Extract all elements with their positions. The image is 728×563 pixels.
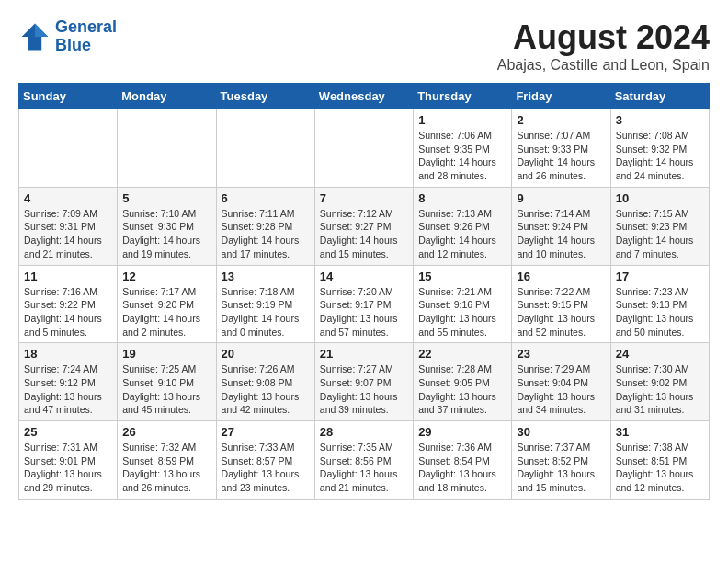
calendar-day-cell: 7Sunrise: 7:12 AM Sunset: 9:27 PM Daylig… [314, 187, 413, 265]
logo-icon [18, 20, 51, 53]
day-number: 2 [517, 113, 605, 127]
day-number: 15 [418, 270, 506, 283]
day-number: 12 [122, 270, 210, 283]
calendar-day-cell: 8Sunrise: 7:13 AM Sunset: 9:26 PM Daylig… [414, 187, 512, 265]
day-number: 19 [122, 347, 210, 361]
day-info: Sunrise: 7:07 AM Sunset: 9:33 PM Dayligh… [517, 129, 605, 183]
calendar-day-cell: 10Sunrise: 7:15 AM Sunset: 9:23 PM Dayli… [610, 187, 709, 265]
day-info: Sunrise: 7:13 AM Sunset: 9:26 PM Dayligh… [418, 207, 506, 261]
calendar-week-row: 18Sunrise: 7:24 AM Sunset: 9:12 PM Dayli… [19, 343, 710, 421]
day-info: Sunrise: 7:24 AM Sunset: 9:12 PM Dayligh… [24, 362, 112, 417]
day-number: 4 [24, 191, 112, 205]
calendar-week-row: 1Sunrise: 7:06 AM Sunset: 9:35 PM Daylig… [19, 109, 710, 188]
day-info: Sunrise: 7:23 AM Sunset: 9:13 PM Dayligh… [616, 285, 704, 339]
day-info: Sunrise: 7:12 AM Sunset: 9:27 PM Dayligh… [320, 207, 408, 261]
day-number: 11 [24, 270, 112, 283]
calendar-day-cell: 2Sunrise: 7:07 AM Sunset: 9:33 PM Daylig… [512, 109, 610, 188]
calendar-day-cell: 27Sunrise: 7:33 AM Sunset: 8:57 PM Dayli… [216, 421, 314, 500]
day-of-week-header: Monday [118, 84, 216, 109]
title-block: August 2024 Abajas, Castille and Leon, S… [497, 18, 710, 74]
calendar-day-cell: 30Sunrise: 7:37 AM Sunset: 8:52 PM Dayli… [512, 421, 610, 500]
day-of-week-header: Sunday [19, 84, 118, 109]
day-number: 20 [222, 347, 310, 361]
day-info: Sunrise: 7:26 AM Sunset: 9:08 PM Dayligh… [222, 362, 310, 417]
day-info: Sunrise: 7:17 AM Sunset: 9:20 PM Dayligh… [122, 285, 210, 339]
calendar-body: 1Sunrise: 7:06 AM Sunset: 9:35 PM Daylig… [19, 109, 710, 500]
day-of-week-header: Thursday [414, 84, 512, 109]
day-number: 10 [616, 191, 704, 205]
day-info: Sunrise: 7:22 AM Sunset: 9:15 PM Dayligh… [517, 285, 605, 339]
day-info: Sunrise: 7:08 AM Sunset: 9:32 PM Dayligh… [616, 129, 704, 183]
calendar-day-cell: 16Sunrise: 7:22 AM Sunset: 9:15 PM Dayli… [512, 265, 610, 343]
day-number: 13 [222, 270, 310, 283]
calendar-day-cell: 15Sunrise: 7:21 AM Sunset: 9:16 PM Dayli… [414, 265, 512, 343]
day-info: Sunrise: 7:20 AM Sunset: 9:17 PM Dayligh… [320, 285, 408, 339]
day-info: Sunrise: 7:10 AM Sunset: 9:30 PM Dayligh… [122, 207, 210, 261]
logo-line1: General [55, 17, 117, 36]
day-info: Sunrise: 7:29 AM Sunset: 9:04 PM Dayligh… [517, 362, 605, 417]
day-of-week-header: Tuesday [216, 84, 314, 109]
logo-line2: Blue [55, 36, 91, 54]
day-info: Sunrise: 7:28 AM Sunset: 9:05 PM Dayligh… [418, 362, 506, 417]
day-number: 17 [616, 270, 704, 283]
day-info: Sunrise: 7:27 AM Sunset: 9:07 PM Dayligh… [320, 362, 408, 417]
calendar-day-cell: 12Sunrise: 7:17 AM Sunset: 9:20 PM Dayli… [118, 265, 216, 343]
calendar-day-cell: 4Sunrise: 7:09 AM Sunset: 9:31 PM Daylig… [19, 187, 118, 265]
calendar-table: SundayMondayTuesdayWednesdayThursdayFrid… [18, 83, 710, 500]
day-number: 9 [517, 191, 605, 205]
day-info: Sunrise: 7:11 AM Sunset: 9:28 PM Dayligh… [222, 207, 310, 261]
calendar-day-cell: 11Sunrise: 7:16 AM Sunset: 9:22 PM Dayli… [19, 265, 118, 343]
day-number: 29 [418, 425, 506, 439]
day-info: Sunrise: 7:37 AM Sunset: 8:52 PM Dayligh… [517, 441, 605, 495]
day-number: 31 [616, 425, 704, 439]
day-number: 23 [517, 347, 605, 361]
day-info: Sunrise: 7:15 AM Sunset: 9:23 PM Dayligh… [616, 207, 704, 261]
calendar-day-cell: 13Sunrise: 7:18 AM Sunset: 9:19 PM Dayli… [216, 265, 314, 343]
logo-text: General Blue [55, 18, 117, 55]
calendar-day-cell: 9Sunrise: 7:14 AM Sunset: 9:24 PM Daylig… [512, 187, 610, 265]
calendar-day-cell: 1Sunrise: 7:06 AM Sunset: 9:35 PM Daylig… [414, 109, 512, 188]
day-number: 26 [122, 425, 210, 439]
day-number: 7 [320, 191, 408, 205]
day-number: 14 [320, 270, 408, 283]
calendar-day-cell [216, 109, 314, 188]
day-number: 3 [616, 113, 704, 127]
day-number: 24 [616, 347, 704, 361]
calendar-day-cell: 3Sunrise: 7:08 AM Sunset: 9:32 PM Daylig… [610, 109, 709, 188]
day-number: 18 [24, 347, 112, 361]
day-info: Sunrise: 7:18 AM Sunset: 9:19 PM Dayligh… [222, 285, 310, 339]
calendar-day-cell: 21Sunrise: 7:27 AM Sunset: 9:07 PM Dayli… [314, 343, 413, 421]
calendar-day-cell [118, 109, 216, 188]
calendar-day-cell: 5Sunrise: 7:10 AM Sunset: 9:30 PM Daylig… [118, 187, 216, 265]
calendar-day-cell: 14Sunrise: 7:20 AM Sunset: 9:17 PM Dayli… [314, 265, 413, 343]
day-number: 27 [222, 425, 310, 439]
day-info: Sunrise: 7:21 AM Sunset: 9:16 PM Dayligh… [418, 285, 506, 339]
day-of-week-header: Wednesday [314, 84, 413, 109]
day-number: 6 [222, 191, 310, 205]
location: Abajas, Castille and Leon, Spain [497, 57, 710, 74]
day-info: Sunrise: 7:06 AM Sunset: 9:35 PM Dayligh… [418, 129, 506, 183]
header-row: SundayMondayTuesdayWednesdayThursdayFrid… [19, 84, 710, 109]
calendar-day-cell: 18Sunrise: 7:24 AM Sunset: 9:12 PM Dayli… [19, 343, 118, 421]
svg-marker-1 [35, 23, 48, 36]
day-info: Sunrise: 7:14 AM Sunset: 9:24 PM Dayligh… [517, 207, 605, 261]
calendar-day-cell: 29Sunrise: 7:36 AM Sunset: 8:54 PM Dayli… [414, 421, 512, 500]
day-info: Sunrise: 7:16 AM Sunset: 9:22 PM Dayligh… [24, 285, 112, 339]
calendar-day-cell [19, 109, 118, 188]
calendar-day-cell [314, 109, 413, 188]
day-number: 16 [517, 270, 605, 283]
day-info: Sunrise: 7:25 AM Sunset: 9:10 PM Dayligh… [122, 362, 210, 417]
page-header: General Blue August 2024 Abajas, Castill… [18, 18, 710, 74]
day-info: Sunrise: 7:30 AM Sunset: 9:02 PM Dayligh… [616, 362, 704, 417]
day-info: Sunrise: 7:09 AM Sunset: 9:31 PM Dayligh… [24, 207, 112, 261]
day-of-week-header: Friday [512, 84, 610, 109]
logo: General Blue [18, 18, 117, 55]
day-number: 30 [517, 425, 605, 439]
calendar-day-cell: 22Sunrise: 7:28 AM Sunset: 9:05 PM Dayli… [414, 343, 512, 421]
calendar-day-cell: 19Sunrise: 7:25 AM Sunset: 9:10 PM Dayli… [118, 343, 216, 421]
calendar-day-cell: 31Sunrise: 7:38 AM Sunset: 8:51 PM Dayli… [610, 421, 709, 500]
day-number: 28 [320, 425, 408, 439]
day-number: 8 [418, 191, 506, 205]
calendar-day-cell: 26Sunrise: 7:32 AM Sunset: 8:59 PM Dayli… [118, 421, 216, 500]
day-info: Sunrise: 7:36 AM Sunset: 8:54 PM Dayligh… [418, 441, 506, 495]
